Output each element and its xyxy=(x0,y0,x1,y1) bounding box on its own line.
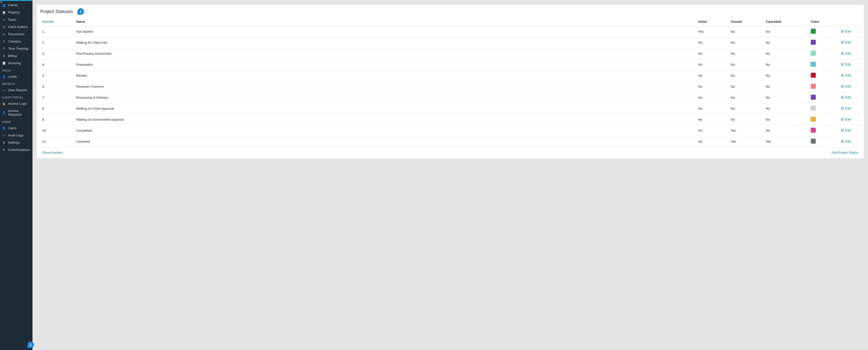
nav-leads-icon: 👤 xyxy=(2,75,5,78)
row-cancelled: No xyxy=(764,125,809,136)
row-name: Waiting on Client Approval xyxy=(74,103,696,114)
row-closed: Yes xyxy=(729,125,764,136)
row-initial: No xyxy=(696,70,729,81)
row-order: 2. xyxy=(37,37,74,48)
col-name: Name xyxy=(74,17,696,26)
col-closed: Closed xyxy=(729,17,764,26)
nav-audit-logs[interactable]: ▭Audit Logs xyxy=(0,132,32,139)
edit-button[interactable]: Edit xyxy=(841,128,851,132)
edit-button[interactable]: Edit xyxy=(841,62,851,66)
color-swatch xyxy=(811,40,816,45)
row-closed: No xyxy=(729,59,764,70)
row-cancelled: No xyxy=(764,103,809,114)
main-content: Project Statuses 2 Reorder Name Initial … xyxy=(32,0,868,350)
nav-view-reports[interactable]: ▭View Reports xyxy=(0,87,32,94)
nav-time-tracking-icon: ⏱ xyxy=(2,47,5,51)
color-swatch xyxy=(811,73,816,78)
table-row: 6.Reviewer ComentsNoNoNoEdit xyxy=(37,81,864,92)
nav-access-logs[interactable]: 🔒Access Logs xyxy=(0,100,32,107)
nav-label: Access Logs xyxy=(8,102,27,105)
nav-settings[interactable]: ⚙Settings xyxy=(0,139,32,146)
nav-section-header: ADMIN xyxy=(0,118,32,124)
nav-customizations-icon: ⚙ xyxy=(2,148,5,152)
nav-settings-icon: ⚙ xyxy=(2,141,5,145)
cursor-icon: ↖ xyxy=(0,0,2,4)
row-initial: No xyxy=(696,136,729,147)
add-project-status-link[interactable]: Add Project Status xyxy=(831,151,858,154)
edit-button[interactable]: Edit xyxy=(841,85,851,88)
nav-projects-icon: 📋 xyxy=(2,11,5,14)
row-initial: No xyxy=(696,59,729,70)
nav-documents-icon: 🗀 xyxy=(2,32,5,36)
edit-button[interactable]: Edit xyxy=(841,52,851,55)
row-name: Waiting for Client Info xyxy=(74,37,696,48)
col-cancelled: Cancelled xyxy=(764,17,809,26)
nav-customizations[interactable]: ⚙Customizations xyxy=(0,146,32,153)
nav-time-tracking[interactable]: ⏱Time Tracking xyxy=(0,45,32,52)
edit-button[interactable]: Edit xyxy=(841,106,851,110)
row-name: Review xyxy=(74,70,696,81)
row-cancelled: No xyxy=(764,92,809,103)
nav-invoicing-icon: 🧾 xyxy=(2,61,5,65)
color-swatch xyxy=(811,117,816,122)
row-cancelled: Yes xyxy=(764,136,809,147)
row-initial: No xyxy=(696,103,729,114)
nav-users[interactable]: 👤Users xyxy=(0,124,32,132)
reorder-header-link[interactable]: Reorder xyxy=(42,20,54,24)
show-inactive-link[interactable]: Show Inactive xyxy=(42,151,62,154)
nav-leads[interactable]: 👤Leads xyxy=(0,73,32,80)
edit-button[interactable]: Edit xyxy=(841,40,851,44)
row-order: 1. xyxy=(37,26,74,37)
edit-button[interactable]: Edit xyxy=(841,118,851,121)
color-swatch xyxy=(811,106,816,111)
callout-badge-1: 1 xyxy=(28,342,34,348)
nav-projects[interactable]: 📋Projects xyxy=(0,9,32,16)
row-cancelled: No xyxy=(764,37,809,48)
edit-button[interactable]: Edit xyxy=(841,73,851,77)
edit-button[interactable]: Edit xyxy=(841,30,851,33)
row-cancelled: No xyxy=(764,114,809,125)
color-swatch xyxy=(811,139,816,144)
nav-tasks[interactable]: ≡Tasks xyxy=(0,16,32,23)
nav-contacts-icon: ✆ xyxy=(2,40,5,43)
row-initial: Yes xyxy=(696,26,729,37)
table-row: 4.PreparationNoNoNoEdit xyxy=(37,59,864,70)
row-closed: No xyxy=(729,103,764,114)
project-statuses-panel: Project Statuses 2 Reorder Name Initial … xyxy=(36,4,864,159)
row-closed: No xyxy=(729,114,764,125)
row-initial: No xyxy=(696,92,729,103)
color-swatch xyxy=(811,128,816,133)
row-order: 6. xyxy=(37,81,74,92)
nav-invoicing[interactable]: 🧾Invoicing xyxy=(0,60,32,67)
nav-contacts[interactable]: ✆Contacts xyxy=(0,38,32,45)
nav-billing[interactable]: $Billing xyxy=(0,52,32,60)
col-initial: Initial xyxy=(696,17,729,26)
nav-access-requests[interactable]: 👤Access Requests xyxy=(0,107,32,118)
nav-label: Clients xyxy=(8,3,18,7)
nav-documents[interactable]: 🗀Documents xyxy=(0,30,32,38)
row-order: 10. xyxy=(37,125,74,136)
nav-label: Users xyxy=(8,126,17,130)
table-row: 9.Waiting on Government ApprovalNoNoNoEd… xyxy=(37,114,864,125)
nav-label: Contacts xyxy=(8,39,21,43)
row-cancelled: No xyxy=(764,59,809,70)
row-cancelled: No xyxy=(764,70,809,81)
edit-button[interactable]: Edit xyxy=(841,95,851,99)
edit-button[interactable]: Edit xyxy=(841,139,851,143)
row-order: 3. xyxy=(37,48,74,59)
row-initial: No xyxy=(696,48,729,59)
table-row: 8.Waiting on Client ApprovalNoNoNoEdit xyxy=(37,103,864,114)
nav-access-requests-icon: 👤 xyxy=(2,111,5,115)
row-name: Waiting on Government Approval xyxy=(74,114,696,125)
nav-clients[interactable]: 👥Clients xyxy=(0,1,32,9)
table-row: 7.Processing & DeliveryNoNoNoEdit xyxy=(37,92,864,103)
nav-label: Invoicing xyxy=(8,61,21,65)
row-cancelled: No xyxy=(764,48,809,59)
nav-label: Settings xyxy=(8,141,20,145)
row-name: Preparation xyxy=(74,59,696,70)
color-swatch xyxy=(811,95,816,100)
color-swatch xyxy=(811,62,816,67)
nav-client-actions[interactable]: ☑Client Actions xyxy=(0,23,32,30)
row-closed: No xyxy=(729,37,764,48)
row-name: Pre-Process Documents xyxy=(74,48,696,59)
